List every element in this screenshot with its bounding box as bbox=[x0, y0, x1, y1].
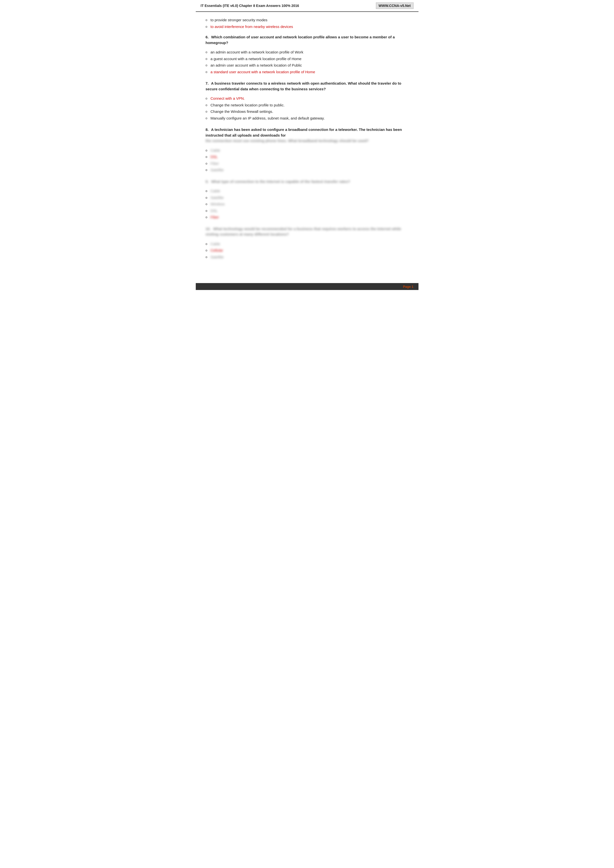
answer-item: Wireless bbox=[206, 201, 409, 208]
question-10-body: What technology would be recommended for… bbox=[206, 227, 401, 237]
answer-item-correct: Fiber bbox=[206, 214, 409, 221]
question-6-number: 6. bbox=[206, 35, 209, 39]
question-6-text: 6. Which combination of user account and… bbox=[206, 34, 409, 45]
question-7-answers: Connect with a VPN. Change the network l… bbox=[206, 95, 409, 121]
question-10: 10. What technology would be recommended… bbox=[206, 226, 409, 260]
question-6-answers: an admin account with a network location… bbox=[206, 49, 409, 75]
question-8-body: A technician has been asked to configure… bbox=[206, 127, 402, 143]
page-header: IT Essentials (ITE v6.0) Chapter 8 Exam … bbox=[196, 0, 419, 12]
answer-item: Cable bbox=[206, 188, 409, 194]
header-brand: WWW.CCNA-v5.Net bbox=[376, 3, 414, 9]
answer-item: Satellite bbox=[206, 194, 409, 201]
question-8-text: 8. A technician has been asked to config… bbox=[206, 127, 409, 144]
question-9-body: What type of connection to the Internet … bbox=[211, 180, 350, 184]
header-title: IT Essentials (ITE v6.0) Chapter 8 Exam … bbox=[201, 4, 299, 8]
question-9-number: 9. bbox=[206, 180, 209, 184]
answer-item: Satellite bbox=[206, 254, 409, 260]
question-7-text: 7. A business traveler connects to a wir… bbox=[206, 81, 409, 92]
footer-bar: Page 1 bbox=[196, 283, 419, 290]
answer-item: an admin account with a network location… bbox=[206, 49, 409, 56]
answer-item-correct: DSL bbox=[206, 153, 409, 160]
question-6-body: Which combination of user account and ne… bbox=[206, 35, 395, 45]
bullet-item-correct: to avoid interference from nearby wirele… bbox=[206, 23, 409, 30]
question-8-blurred: the connection must use existing phone l… bbox=[206, 139, 369, 143]
question-10-number: 10. bbox=[206, 227, 211, 231]
footer-page: Page 1 bbox=[403, 285, 414, 288]
intro-bullets: to provide stronger security modes to av… bbox=[206, 17, 409, 30]
answer-item: Manually configure an IP address, subnet… bbox=[206, 115, 409, 122]
answer-item-correct: Connect with a VPN. bbox=[206, 95, 409, 102]
question-9: 9. What type of connection to the Intern… bbox=[206, 179, 409, 221]
bullet-item: to provide stronger security modes bbox=[206, 17, 409, 23]
question-7-number: 7. bbox=[206, 81, 209, 85]
answer-item: Cable bbox=[206, 241, 409, 248]
question-8: 8. A technician has been asked to config… bbox=[206, 127, 409, 174]
question-8-answers: Cable DSL Fiber Satellite bbox=[206, 147, 409, 174]
question-7-body: A business traveler connects to a wirele… bbox=[206, 81, 402, 91]
answer-item-correct: Cellular bbox=[206, 247, 409, 254]
question-9-answers: Cable Satellite Wireless DSL Fiber bbox=[206, 188, 409, 221]
main-content: to provide stronger security modes to av… bbox=[196, 17, 419, 276]
answer-item: DSL bbox=[206, 208, 409, 214]
answer-item: Satellite bbox=[206, 167, 409, 174]
question-9-text: 9. What type of connection to the Intern… bbox=[206, 179, 409, 184]
answer-item: a guest account with a network location … bbox=[206, 56, 409, 62]
answer-item: Fiber bbox=[206, 160, 409, 167]
question-6: 6. Which combination of user account and… bbox=[206, 34, 409, 75]
answer-item: Change the network location profile to p… bbox=[206, 102, 409, 108]
question-10-text: 10. What technology would be recommended… bbox=[206, 226, 409, 237]
answer-item-correct: a standard user account with a network l… bbox=[206, 69, 409, 76]
answer-item: Change the Windows firewall settings. bbox=[206, 108, 409, 115]
answer-item: Cable bbox=[206, 147, 409, 154]
answer-item: an admin user account with a network loc… bbox=[206, 62, 409, 69]
question-10-answers: Cable Cellular Satellite bbox=[206, 241, 409, 260]
question-7: 7. A business traveler connects to a wir… bbox=[206, 81, 409, 121]
question-8-number: 8. bbox=[206, 127, 209, 132]
